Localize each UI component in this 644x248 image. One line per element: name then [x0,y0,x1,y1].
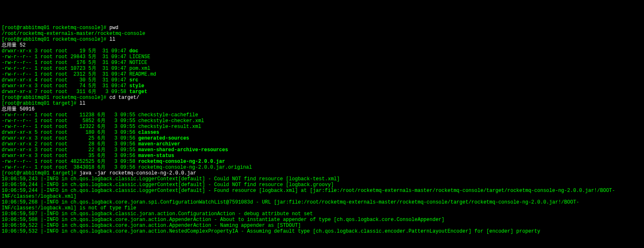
log-line: 10:06:59,268 |-INFO in ch.qos.logback.co… [2,199,642,211]
log-line: 10:06:59,507 |-INFO in ch.qos.logback.cl… [2,211,642,217]
log-line: 10:06:59,522 |-INFO in ch.qos.logback.co… [2,223,642,228]
terminal-line: -rw-r--r-- 1 root root 29843 5月 31 09:47… [2,54,642,60]
terminal-line: drwxr-xr-x 7 root root 311 6月 3 09:58 ta… [2,89,642,95]
terminal-line: [root@rabbitmq01 target]# ll [2,101,642,106]
terminal-line: [root@rabbitmq01 rocketmq-console]# ll [2,37,642,42]
terminal-line: drwxr-xr-x 3 root root 74 5月 31 09:47 st… [2,83,642,89]
log-line: 10:06:59,508 |-INFO in ch.qos.logback.co… [2,217,642,223]
terminal-line: 总用量 52 [2,42,642,48]
terminal-output[interactable]: [root@rabbitmq01 rocketmq-console]# pwd/… [2,25,642,234]
terminal-line: [root@rabbitmq01 rocketmq-console]# pwd [2,25,642,31]
terminal-line: 总用量 50916 [2,106,642,112]
terminal-line: drwxr-xr-x 2 root root 28 6月 3 09:56 mav… [2,141,642,147]
terminal-line: drwxr-xr-x 3 root root 25 6月 3 09:56 gen… [2,135,642,141]
terminal-line: -rw-r--r-- 1 root root 12322 6月 3 09:55 … [2,124,642,130]
terminal-line: [root@rabbitmq01 target]# java -jar rock… [2,170,642,176]
terminal-line: -rw-r--r-- 1 root root 48252525 6月 3 09:… [2,159,642,165]
terminal-line: -rw-r--r-- 1 root root 11238 6月 3 09:55 … [2,112,642,118]
terminal-line: drwxr-xr-x 3 root root 35 6月 3 09:56 mav… [2,153,642,159]
terminal-line: drwxr-xr-x 4 root root 30 5月 31 09:47 sr… [2,77,642,83]
terminal-line: drwxr-xr-x 5 root root 180 6月 3 09:56 cl… [2,130,642,135]
terminal-line: -rw-r--r-- 1 root root 5852 6月 3 09:55 c… [2,118,642,124]
terminal-line: -rw-r--r-- 1 root root 10723 5月 31 09:47… [2,66,642,71]
log-line: 10:06:59,244 |-INFO in ch.qos.logback.cl… [2,188,642,199]
terminal-line: drwxr-xr-x 3 root root 19 5月 31 09:47 do… [2,48,642,54]
log-line: 10:06:59,532 |-INFO in ch.qos.logback.co… [2,228,642,234]
log-line: 10:06:59,244 |-INFO in ch.qos.logback.cl… [2,182,642,188]
terminal-line: [root@rabbitmq01 rocketmq-console]# cd t… [2,95,642,101]
terminal-line: drwxr-xr-x 3 root root 22 6月 3 09:55 mav… [2,147,642,153]
terminal-line: -rw-r--r-- 1 root root 2312 5月 31 09:47 … [2,71,642,77]
log-line: 10:06:59,243 |-INFO in ch.qos.logback.cl… [2,176,642,182]
terminal-line: -rw-r--r-- 1 root root 3843018 6月 3 09:5… [2,165,642,170]
terminal-line: /root/rocketmq-externals-master/rocketmq… [2,31,642,37]
terminal-line: -rw-r--r-- 1 root root 176 5月 31 09:47 N… [2,60,642,66]
